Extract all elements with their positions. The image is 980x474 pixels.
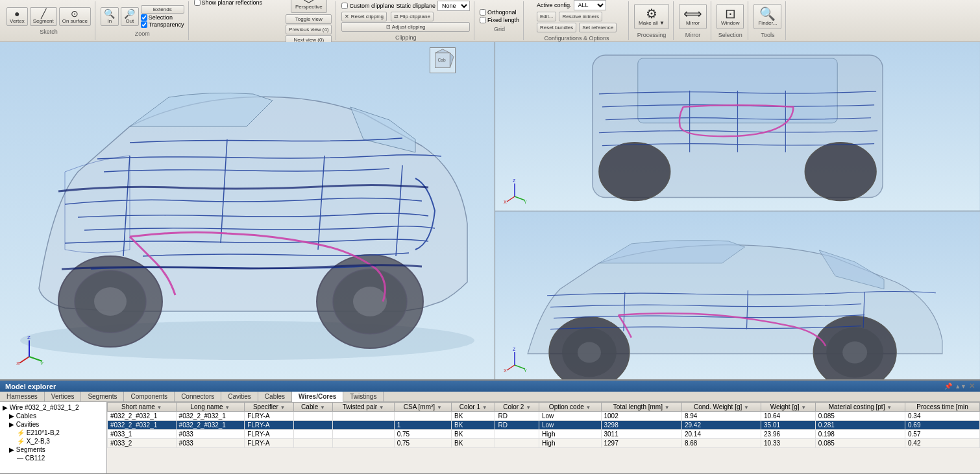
close-button[interactable]: ✕ xyxy=(969,382,975,390)
vertex-button[interactable]: ● Vertex xyxy=(6,7,28,26)
window-button[interactable]: ⊡ Window xyxy=(717,4,744,29)
cell-11: 10.33 xyxy=(761,439,816,448)
model-explorer-tabs: Harnesses Vertices Segments Components C… xyxy=(0,392,980,402)
table-row[interactable]: #033_1#033FLRY-A0.75BKHigh301120.1423.96… xyxy=(108,430,980,439)
col-cable[interactable]: Cable ▼ xyxy=(294,403,333,412)
table-wrapper[interactable]: Short name ▼ Long name ▼ Specifier ▼ Cab… xyxy=(107,402,980,473)
flip-clipplane-button[interactable]: ⇄ Flip clipplane xyxy=(391,12,434,21)
transparency-checkbox[interactable] xyxy=(141,21,147,28)
cell-10: 8.68 xyxy=(681,439,761,448)
col-color1[interactable]: Color 1 ▼ xyxy=(452,403,495,412)
selection-checkbox-row: Selection xyxy=(141,14,184,21)
col-long-name[interactable]: Long name ▼ xyxy=(176,403,245,412)
cell-12: 0.281 xyxy=(815,421,905,430)
tree-item-cb112[interactable]: — CB112 xyxy=(1,454,105,462)
finder-button[interactable]: 🔍 Finder... xyxy=(753,4,781,29)
cell-9: 1002 xyxy=(601,412,681,421)
previous-view-button[interactable]: Previous view (4) xyxy=(286,25,332,34)
resize-handle[interactable]: ▲▼ xyxy=(955,383,966,390)
tab-connectors[interactable]: Connectors xyxy=(175,392,221,401)
transparency-label: Transparency xyxy=(149,21,184,28)
show-planar-checkbox[interactable] xyxy=(194,0,201,6)
tree-item-cavities[interactable]: ▶ Cavities xyxy=(1,420,105,429)
table-row[interactable]: #032_2_#032_1#032_2_#032_1FLRY-ABKRDLow1… xyxy=(108,412,980,421)
tab-harnesses[interactable]: Harnesses xyxy=(0,392,45,401)
tree-item-cables[interactable]: ▶ Cables xyxy=(1,412,105,420)
vertex-icon: ● xyxy=(14,9,19,18)
mirror-button[interactable]: ⟺ Mirror xyxy=(679,4,707,29)
cell-3 xyxy=(294,421,333,430)
view-group: Display mode Rendered Show planar reflec… xyxy=(190,1,337,40)
selection-label: Selection xyxy=(149,14,173,21)
cell-6: BK xyxy=(452,430,495,439)
make-all-button[interactable]: ⚙ Make all ▼ xyxy=(634,4,669,29)
zoom-in-button[interactable]: 🔍 In xyxy=(101,7,119,26)
finder-icon: 🔍 xyxy=(759,7,776,20)
col-process-time[interactable]: Process time [min xyxy=(905,403,980,412)
table-row[interactable]: #033_2#033FLRY-A0.75BKHigh12978.6810.330… xyxy=(108,439,980,448)
tree-item-segments[interactable]: ▶ Segments xyxy=(1,445,105,454)
cell-1: #033 xyxy=(176,439,245,448)
active-config-select[interactable]: ALL xyxy=(574,0,606,10)
col-total-length[interactable]: Total length [mm] ▼ xyxy=(601,403,681,412)
tab-segments[interactable]: Segments xyxy=(81,392,124,401)
top-right-viewport[interactable]: X Y Z xyxy=(495,42,980,211)
cell-7 xyxy=(495,439,539,448)
tab-cavities[interactable]: Cavities xyxy=(221,392,258,401)
col-twisted-pair[interactable]: Twisted pair ▼ xyxy=(332,403,394,412)
main-viewport[interactable]: X Y Z Cab xyxy=(0,42,495,379)
tree-item-x2b3[interactable]: ⚡ X_2-B,3 xyxy=(1,437,105,445)
edit-button[interactable]: Edit... xyxy=(537,12,556,21)
col-csa[interactable]: CSA [mm²] ▼ xyxy=(394,403,451,412)
bottom-right-viewport[interactable]: X Y Z xyxy=(495,211,980,380)
svg-text:Z: Z xyxy=(513,178,516,183)
cell-9: 3298 xyxy=(601,421,681,430)
adjust-clipping-button[interactable]: ⊡ Adjust clipping xyxy=(341,22,470,32)
cell-10: 20.14 xyxy=(681,430,761,439)
svg-text:X: X xyxy=(16,361,20,366)
cell-4 xyxy=(332,439,394,448)
transparency-checkbox-row: Transparency xyxy=(141,21,184,28)
clipping-label: Clipping xyxy=(395,34,417,41)
cell-8: High xyxy=(539,439,601,448)
perspective-button[interactable]: ⬡ Perspective xyxy=(291,0,327,13)
tab-cables[interactable]: Cables xyxy=(258,392,292,401)
sketch-label: Sketch xyxy=(40,29,58,35)
col-short-name[interactable]: Short name ▼ xyxy=(108,403,177,412)
col-cond-weight[interactable]: Cond. Weight [g] ▼ xyxy=(681,403,761,412)
pin-icon[interactable]: 📌 xyxy=(944,383,952,390)
col-material-costing[interactable]: Material costing [pt] ▼ xyxy=(815,403,905,412)
tab-wires-cores[interactable]: Wires/Cores xyxy=(292,392,343,402)
zoom-out-button[interactable]: 🔎 Out xyxy=(121,7,139,26)
table-row[interactable]: #032_2_#032_1#032_2_#032_1FLRY-A1BKRDLow… xyxy=(108,421,980,430)
selection-group-label: Selection xyxy=(718,32,742,38)
tree-item-wire[interactable]: ▶ Wire #032_2_#032_1_2 xyxy=(1,403,105,412)
col-option-code[interactable]: Option code ▼ xyxy=(539,403,601,412)
resolve-inliners-button[interactable]: Resolve inliners xyxy=(559,12,602,21)
reset-clipping-button[interactable]: ✕ Reset clipping xyxy=(341,12,386,21)
mirror-icon: ⟺ xyxy=(683,7,702,20)
svg-line-36 xyxy=(507,365,515,370)
toggle-view-button[interactable]: Toggle view xyxy=(286,14,332,24)
selection-checkbox[interactable] xyxy=(141,14,147,21)
tree-item-e210[interactable]: ⚡ E210*1-B,2 xyxy=(1,429,105,437)
reset-bundles-button[interactable]: Reset bundles xyxy=(537,23,576,32)
col-color2[interactable]: Color 2 ▼ xyxy=(495,403,539,412)
tab-twistings[interactable]: Twistings xyxy=(343,392,384,401)
segment-button[interactable]: ╱ Segment xyxy=(30,7,57,26)
selection-group: ⊡ Window Selection xyxy=(713,1,748,40)
top-right-axis-indicator: X Y Z xyxy=(502,178,528,204)
fixed-length-checkbox[interactable] xyxy=(480,17,486,23)
set-reference-button[interactable]: Set reference xyxy=(579,23,617,32)
grid-group: Orthogonal Fixed length Grid xyxy=(476,1,524,40)
col-weight[interactable]: Weight [g] ▼ xyxy=(761,403,816,412)
tab-components[interactable]: Components xyxy=(124,392,175,401)
custom-clipplane-checkbox[interactable] xyxy=(341,3,348,9)
on-surface-button[interactable]: ⊙ On surface xyxy=(59,7,91,26)
cell-1: #032_2_#032_1 xyxy=(176,412,245,421)
col-specifier[interactable]: Specifier ▼ xyxy=(245,403,294,412)
clipplane-select[interactable]: None xyxy=(437,1,470,11)
extends-button[interactable]: Extends xyxy=(141,5,184,14)
tab-vertices[interactable]: Vertices xyxy=(45,392,82,401)
orthogonal-checkbox[interactable] xyxy=(480,9,486,16)
